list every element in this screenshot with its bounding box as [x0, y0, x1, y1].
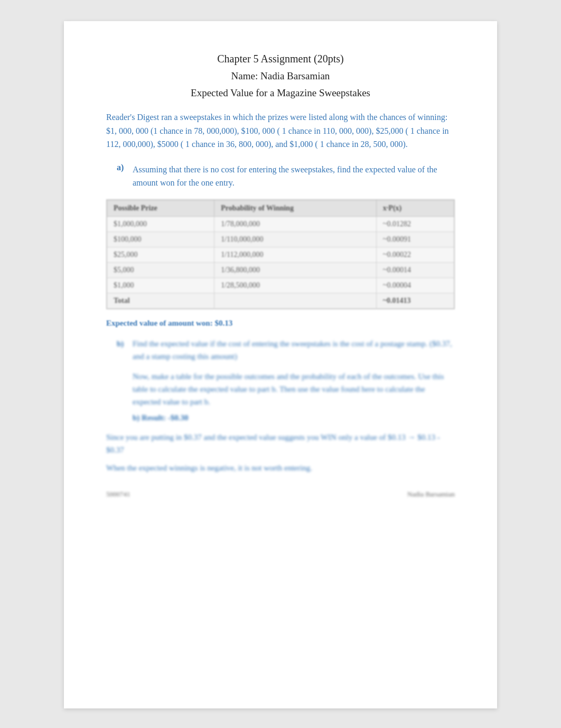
table-row-total: Total ~0.01413	[107, 293, 454, 308]
question-a-label: a)	[117, 163, 128, 190]
question-b-container: b) Find the expected value if the cost o…	[106, 337, 455, 363]
xpx-value: ~0.01282	[376, 216, 454, 232]
intro-paragraph: Reader's Digest ran a sweepstakes in whi…	[106, 110, 455, 151]
page-title: Chapter 5 Assignment (20pts)	[106, 53, 455, 65]
total-xpx: ~0.01413	[376, 293, 454, 308]
prize-value: $1,000,000	[107, 216, 214, 232]
probability-value: 1/112,000,000	[214, 247, 377, 262]
table-row: $25,000 1/112,000,000 ~0.00022	[107, 247, 454, 262]
total-label: Total	[107, 293, 214, 308]
total-prob	[214, 293, 377, 308]
xpx-value: ~0.00014	[376, 262, 454, 278]
answer-explanation: Now, make a table for the possible outco…	[133, 370, 455, 408]
probability-value: 1/28,500,000	[214, 278, 377, 293]
answer-b-value: b) Result: -$0.30	[133, 413, 455, 422]
author-name: Name: Nadia Barsamian	[106, 70, 455, 82]
table-row: $5,000 1/36,800,000 ~0.00014	[107, 262, 454, 278]
table-row: $1,000,000 1/78,000,000 ~0.01282	[107, 216, 454, 232]
bottom-explanation-2: When the expected winnings is negative, …	[106, 462, 455, 474]
probability-table-container: Possible Prize Probability of Winning x·…	[106, 199, 455, 309]
xpx-value: ~0.00091	[376, 232, 454, 247]
table-row: $1,000 1/28,500,000 ~0.00004	[107, 278, 454, 293]
question-a-container: a) Assuming that there is no cost for en…	[106, 163, 455, 190]
prize-value: $5,000	[107, 262, 214, 278]
prize-value: $1,000	[107, 278, 214, 293]
question-b-label: b)	[117, 337, 128, 363]
col-header-xpx: x·P(x)	[376, 200, 454, 216]
question-a-text: Assuming that there is no cost for enter…	[133, 163, 455, 190]
probability-value: 1/36,800,000	[214, 262, 377, 278]
prize-value: $25,000	[107, 247, 214, 262]
footer-name: Nadia Barsamian	[407, 490, 455, 499]
bottom-explanation-1: Since you are putting in $0.37 and the e…	[106, 431, 455, 456]
col-header-prize: Possible Prize	[107, 200, 214, 216]
document-subtitle: Expected Value for a Magazine Sweepstake…	[106, 87, 455, 99]
xpx-value: ~0.00022	[376, 247, 454, 262]
xpx-value: ~0.00004	[376, 278, 454, 293]
footer-id: 5000741	[106, 490, 130, 499]
probability-value: 1/78,000,000	[214, 216, 377, 232]
probability-table: Possible Prize Probability of Winning x·…	[107, 200, 454, 309]
col-header-probability: Probability of Winning	[214, 200, 377, 216]
answer-block: Now, make a table for the possible outco…	[133, 370, 455, 422]
question-b-text: Find the expected value if the cost of e…	[133, 337, 455, 363]
footer: 5000741 Nadia Barsamian	[106, 490, 455, 499]
page: Chapter 5 Assignment (20pts) Name: Nadia…	[64, 21, 497, 708]
table-row: $100,000 1/110,000,000 ~0.00091	[107, 232, 454, 247]
prize-value: $100,000	[107, 232, 214, 247]
expected-value-result: Expected value of amount won: $0.13	[106, 319, 455, 328]
probability-value: 1/110,000,000	[214, 232, 377, 247]
